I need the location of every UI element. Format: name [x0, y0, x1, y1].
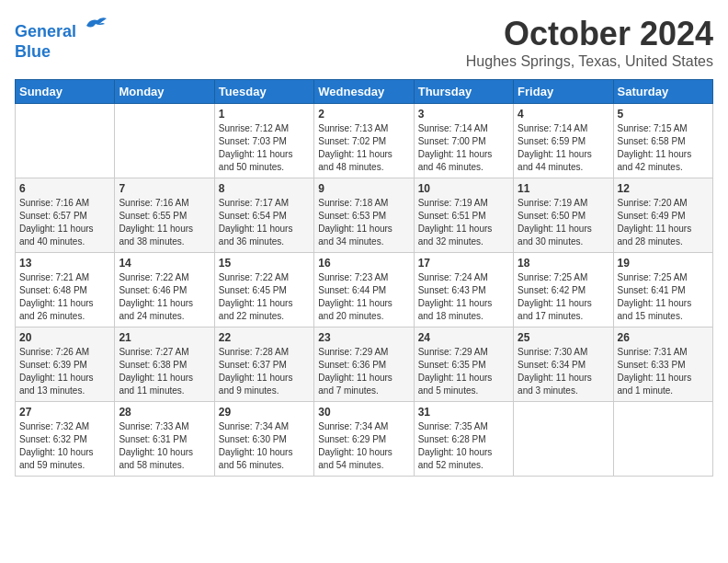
day-info: Sunrise: 7:20 AM Sunset: 6:49 PM Dayligh… [618, 197, 709, 248]
month-title: October 2024 [466, 15, 713, 53]
calendar-week-1: 1Sunrise: 7:12 AM Sunset: 7:03 PM Daylig… [16, 104, 713, 178]
day-info: Sunrise: 7:30 AM Sunset: 6:34 PM Dayligh… [518, 346, 609, 397]
day-info: Sunrise: 7:22 AM Sunset: 6:46 PM Dayligh… [119, 271, 210, 323]
weekday-header-wednesday: Wednesday [314, 80, 414, 104]
weekday-header-tuesday: Tuesday [214, 80, 313, 104]
calendar-cell: 22Sunrise: 7:28 AM Sunset: 6:37 PM Dayli… [214, 327, 313, 402]
day-info: Sunrise: 7:15 AM Sunset: 6:58 PM Dayligh… [618, 122, 709, 174]
day-number: 31 [418, 406, 509, 419]
calendar-week-5: 27Sunrise: 7:32 AM Sunset: 6:32 PM Dayli… [16, 402, 713, 477]
day-number: 30 [318, 406, 409, 419]
day-number: 17 [418, 257, 509, 270]
day-number: 3 [418, 108, 509, 121]
day-info: Sunrise: 7:25 AM Sunset: 6:42 PM Dayligh… [518, 271, 609, 323]
calendar-cell: 23Sunrise: 7:29 AM Sunset: 6:36 PM Dayli… [314, 327, 414, 402]
weekday-header-row: SundayMondayTuesdayWednesdayThursdayFrid… [16, 80, 713, 104]
calendar-cell: 20Sunrise: 7:26 AM Sunset: 6:39 PM Dayli… [16, 327, 115, 402]
day-number: 24 [418, 331, 509, 344]
day-number: 7 [119, 182, 210, 195]
logo-blue: Blue [15, 42, 51, 61]
day-number: 27 [19, 406, 110, 419]
day-info: Sunrise: 7:14 AM Sunset: 7:00 PM Dayligh… [418, 122, 509, 174]
calendar-week-3: 13Sunrise: 7:21 AM Sunset: 6:48 PM Dayli… [16, 253, 713, 327]
day-number: 14 [119, 257, 210, 270]
calendar-week-4: 20Sunrise: 7:26 AM Sunset: 6:39 PM Dayli… [16, 327, 713, 402]
day-info: Sunrise: 7:18 AM Sunset: 6:53 PM Dayligh… [318, 197, 409, 248]
calendar-cell: 12Sunrise: 7:20 AM Sunset: 6:49 PM Dayli… [613, 178, 712, 253]
day-info: Sunrise: 7:14 AM Sunset: 6:59 PM Dayligh… [518, 122, 609, 174]
day-info: Sunrise: 7:12 AM Sunset: 7:03 PM Dayligh… [219, 122, 310, 174]
day-number: 28 [119, 406, 210, 419]
weekday-header-sunday: Sunday [16, 80, 115, 104]
calendar-cell: 28Sunrise: 7:33 AM Sunset: 6:31 PM Dayli… [115, 402, 214, 477]
calendar-table: SundayMondayTuesdayWednesdayThursdayFrid… [15, 79, 713, 477]
calendar-cell: 17Sunrise: 7:24 AM Sunset: 6:43 PM Dayli… [414, 253, 513, 327]
calendar-cell: 19Sunrise: 7:25 AM Sunset: 6:41 PM Dayli… [613, 253, 712, 327]
day-info: Sunrise: 7:19 AM Sunset: 6:51 PM Dayligh… [418, 197, 509, 248]
day-info: Sunrise: 7:29 AM Sunset: 6:35 PM Dayligh… [418, 346, 509, 397]
weekday-header-saturday: Saturday [613, 80, 712, 104]
calendar-week-2: 6Sunrise: 7:16 AM Sunset: 6:57 PM Daylig… [16, 178, 713, 253]
calendar-cell: 26Sunrise: 7:31 AM Sunset: 6:33 PM Dayli… [613, 327, 712, 402]
day-number: 1 [219, 108, 310, 121]
day-info: Sunrise: 7:28 AM Sunset: 6:37 PM Dayligh… [219, 346, 310, 397]
weekday-header-monday: Monday [115, 80, 214, 104]
calendar-cell: 9Sunrise: 7:18 AM Sunset: 6:53 PM Daylig… [314, 178, 414, 253]
calendar-cell: 29Sunrise: 7:34 AM Sunset: 6:30 PM Dayli… [214, 402, 313, 477]
calendar-cell: 24Sunrise: 7:29 AM Sunset: 6:35 PM Dayli… [414, 327, 513, 402]
day-number: 4 [518, 108, 609, 121]
calendar-cell: 18Sunrise: 7:25 AM Sunset: 6:42 PM Dayli… [514, 253, 613, 327]
location: Hughes Springs, Texas, United States [466, 53, 713, 70]
calendar-cell: 11Sunrise: 7:19 AM Sunset: 6:50 PM Dayli… [514, 178, 613, 253]
calendar-cell: 25Sunrise: 7:30 AM Sunset: 6:34 PM Dayli… [514, 327, 613, 402]
day-info: Sunrise: 7:17 AM Sunset: 6:54 PM Dayligh… [219, 197, 310, 248]
day-info: Sunrise: 7:34 AM Sunset: 6:29 PM Dayligh… [318, 420, 409, 472]
weekday-header-friday: Friday [514, 80, 613, 104]
calendar-cell: 8Sunrise: 7:17 AM Sunset: 6:54 PM Daylig… [214, 178, 313, 253]
calendar-cell: 31Sunrise: 7:35 AM Sunset: 6:28 PM Dayli… [414, 402, 513, 477]
day-number: 11 [518, 182, 609, 195]
day-number: 9 [318, 182, 409, 195]
logo-general: General [15, 22, 76, 40]
day-info: Sunrise: 7:21 AM Sunset: 6:48 PM Dayligh… [19, 271, 110, 323]
day-number: 10 [418, 182, 509, 195]
calendar-cell: 30Sunrise: 7:34 AM Sunset: 6:29 PM Dayli… [314, 402, 414, 477]
day-info: Sunrise: 7:29 AM Sunset: 6:36 PM Dayligh… [318, 346, 409, 397]
weekday-header-thursday: Thursday [414, 80, 513, 104]
logo-bird-icon [83, 15, 108, 37]
day-info: Sunrise: 7:25 AM Sunset: 6:41 PM Dayligh… [618, 271, 709, 323]
page-header: General Blue October 2024 Hughes Springs… [15, 15, 713, 70]
day-info: Sunrise: 7:31 AM Sunset: 6:33 PM Dayligh… [618, 346, 709, 397]
day-info: Sunrise: 7:23 AM Sunset: 6:44 PM Dayligh… [318, 271, 409, 323]
day-number: 6 [19, 182, 110, 195]
calendar-cell: 3Sunrise: 7:14 AM Sunset: 7:00 PM Daylig… [414, 104, 513, 178]
logo: General Blue [15, 15, 108, 62]
day-number: 15 [219, 257, 310, 270]
day-number: 25 [518, 331, 609, 344]
calendar-cell: 10Sunrise: 7:19 AM Sunset: 6:51 PM Dayli… [414, 178, 513, 253]
day-number: 12 [618, 182, 709, 195]
day-number: 19 [618, 257, 709, 270]
calendar-cell: 13Sunrise: 7:21 AM Sunset: 6:48 PM Dayli… [16, 253, 115, 327]
day-info: Sunrise: 7:16 AM Sunset: 6:55 PM Dayligh… [119, 197, 210, 248]
day-info: Sunrise: 7:13 AM Sunset: 7:02 PM Dayligh… [318, 122, 409, 174]
day-number: 21 [119, 331, 210, 344]
calendar-cell: 5Sunrise: 7:15 AM Sunset: 6:58 PM Daylig… [613, 104, 712, 178]
day-info: Sunrise: 7:34 AM Sunset: 6:30 PM Dayligh… [219, 420, 310, 472]
calendar-cell: 15Sunrise: 7:22 AM Sunset: 6:45 PM Dayli… [214, 253, 313, 327]
calendar-cell [514, 402, 613, 477]
day-number: 22 [219, 331, 310, 344]
day-info: Sunrise: 7:32 AM Sunset: 6:32 PM Dayligh… [19, 420, 110, 472]
day-info: Sunrise: 7:26 AM Sunset: 6:39 PM Dayligh… [19, 346, 110, 397]
day-info: Sunrise: 7:27 AM Sunset: 6:38 PM Dayligh… [119, 346, 210, 397]
day-info: Sunrise: 7:16 AM Sunset: 6:57 PM Dayligh… [19, 197, 110, 248]
calendar-cell: 6Sunrise: 7:16 AM Sunset: 6:57 PM Daylig… [16, 178, 115, 253]
day-info: Sunrise: 7:24 AM Sunset: 6:43 PM Dayligh… [418, 271, 509, 323]
calendar-cell: 4Sunrise: 7:14 AM Sunset: 6:59 PM Daylig… [514, 104, 613, 178]
day-number: 26 [618, 331, 709, 344]
day-number: 13 [19, 257, 110, 270]
day-number: 29 [219, 406, 310, 419]
calendar-cell: 1Sunrise: 7:12 AM Sunset: 7:03 PM Daylig… [214, 104, 313, 178]
calendar-cell: 21Sunrise: 7:27 AM Sunset: 6:38 PM Dayli… [115, 327, 214, 402]
day-number: 20 [19, 331, 110, 344]
